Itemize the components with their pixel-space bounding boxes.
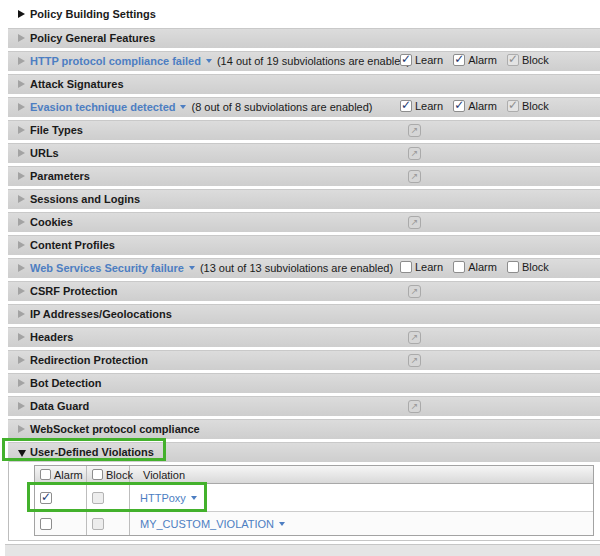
block-header-label: Block — [106, 469, 133, 481]
section-title-evasion-technique-detected: Evasion technique detected(8 out of 8 su… — [30, 101, 373, 113]
right-triangle-icon[interactable] — [18, 57, 25, 65]
right-triangle-icon[interactable] — [18, 241, 25, 249]
section-title-headers: Headers — [30, 331, 73, 343]
block-checkbox-label: Block — [522, 54, 549, 66]
alarm-checkbox[interactable] — [40, 518, 52, 530]
popout-icon[interactable]: ↗ — [408, 354, 421, 367]
cell-alarm — [35, 484, 87, 511]
header-cell-block: Block — [87, 466, 130, 483]
alarm-checkbox[interactable] — [453, 100, 465, 112]
section-row-file-types[interactable]: File Types↗ — [8, 120, 600, 140]
header-cell-violation: Violation — [130, 469, 593, 481]
right-triangle-icon[interactable] — [18, 333, 25, 341]
right-triangle-icon[interactable] — [18, 425, 25, 433]
popout-icon[interactable]: ↗ — [408, 331, 421, 344]
cell-violation: MY_CUSTOM_VIOLATION — [130, 518, 593, 530]
section-row-csrf-protection[interactable]: CSRF Protection↗ — [8, 281, 600, 301]
right-triangle-icon[interactable] — [18, 402, 25, 410]
alarm-checkbox-label: Alarm — [468, 261, 497, 273]
cell-block — [87, 512, 130, 535]
chevron-down-icon — [191, 496, 197, 500]
block-checkbox[interactable] — [92, 492, 104, 504]
block-checkbox[interactable] — [507, 261, 519, 273]
right-triangle-icon[interactable] — [18, 103, 25, 111]
learn-checkbox[interactable] — [400, 261, 412, 273]
popout-icon[interactable]: ↗ — [408, 285, 421, 298]
right-triangle-icon[interactable] — [18, 379, 25, 387]
section-title-parameters: Parameters — [30, 170, 90, 182]
learn-checkbox[interactable] — [400, 100, 412, 112]
checkbox-item-alarm: Alarm — [453, 54, 497, 66]
section-row-content-profiles[interactable]: Content Profiles — [8, 235, 600, 255]
violation-row-httpoxy: HTTPoxy — [35, 484, 593, 511]
section-row-headers[interactable]: Headers↗ — [8, 327, 600, 347]
learn-checkbox[interactable] — [400, 54, 412, 66]
right-triangle-icon[interactable] — [18, 80, 25, 88]
violation-header-label: Violation — [143, 469, 185, 481]
section-title-ip-addresses-geolocations: IP Addresses/Geolocations — [30, 308, 172, 320]
section-row-policy-general-features[interactable]: Policy General Features — [8, 28, 600, 48]
subviolations-note: (14 out of 19 subviolations are enabled) — [217, 55, 410, 67]
section-row-data-guard[interactable]: Data Guard↗ — [8, 396, 600, 416]
learn-checkbox-label: Learn — [415, 261, 443, 273]
alarm-select-all-checkbox[interactable] — [40, 469, 51, 480]
right-triangle-icon[interactable] — [18, 356, 25, 364]
alarm-checkbox[interactable] — [453, 261, 465, 273]
checkbox-item-alarm: Alarm — [453, 261, 497, 273]
down-triangle-icon[interactable] — [18, 450, 26, 457]
section-row-parameters[interactable]: Parameters↗ — [8, 166, 600, 186]
section-row-evasion-technique-detected[interactable]: Evasion technique detected(8 out of 8 su… — [8, 97, 600, 117]
section-title-cookies: Cookies — [30, 216, 73, 228]
right-triangle-icon[interactable] — [18, 126, 25, 134]
popout-icon[interactable]: ↗ — [408, 216, 421, 229]
section-row-policy-building-settings[interactable]: Policy Building Settings — [8, 5, 600, 25]
alarm-checkbox[interactable] — [40, 492, 52, 504]
right-triangle-icon[interactable] — [18, 34, 25, 42]
right-triangle-icon[interactable] — [18, 10, 25, 18]
block-select-all-checkbox[interactable] — [92, 469, 103, 480]
cell-block — [87, 484, 130, 511]
popout-icon[interactable]: ↗ — [408, 400, 421, 413]
section-title-websocket-protocol-compliance: WebSocket protocol compliance — [30, 423, 200, 435]
section-row-sessions-and-logins[interactable]: Sessions and Logins — [8, 189, 600, 209]
section-link-web-services-security-failure[interactable]: Web Services Security failure — [30, 262, 195, 274]
popout-icon[interactable]: ↗ — [408, 147, 421, 160]
chevron-down-icon — [180, 105, 186, 109]
cell-violation: HTTPoxy — [130, 492, 593, 504]
section-row-web-services-security-failure[interactable]: Web Services Security failure(13 out of … — [8, 258, 600, 278]
right-triangle-icon[interactable] — [18, 149, 25, 157]
checkbox-item-learn: Learn — [400, 261, 443, 273]
popout-icon[interactable]: ↗ — [408, 170, 421, 183]
popout-icon[interactable]: ↗ — [408, 124, 421, 137]
section-row-http-protocol-compliance-failed[interactable]: HTTP protocol compliance failed(14 out o… — [8, 51, 600, 71]
enforcement-checkbox-group: LearnAlarmBlock — [400, 54, 559, 66]
section-row-redirection-protection[interactable]: Redirection Protection↗ — [8, 350, 600, 370]
section-link-evasion-technique-detected[interactable]: Evasion technique detected — [30, 101, 186, 113]
right-triangle-icon[interactable] — [18, 218, 25, 226]
violation-link-my-custom-violation[interactable]: MY_CUSTOM_VIOLATION — [140, 518, 285, 530]
right-triangle-icon[interactable] — [18, 172, 25, 180]
section-row-bot-detection[interactable]: Bot Detection — [8, 373, 600, 393]
block-checkbox[interactable] — [92, 518, 104, 530]
section-link-http-protocol-compliance-failed[interactable]: HTTP protocol compliance failed — [30, 55, 212, 67]
right-triangle-icon[interactable] — [18, 287, 25, 295]
section-title-policy-building-settings: Policy Building Settings — [30, 8, 156, 20]
section-row-ip-addresses-geolocations[interactable]: IP Addresses/Geolocations — [8, 304, 600, 324]
right-triangle-icon[interactable] — [18, 195, 25, 203]
block-checkbox[interactable] — [507, 100, 519, 112]
checkbox-item-block: Block — [507, 261, 549, 273]
section-row-urls[interactable]: URLs↗ — [8, 143, 600, 163]
section-title-bot-detection: Bot Detection — [30, 377, 102, 389]
section-row-cookies[interactable]: Cookies↗ — [8, 212, 600, 232]
block-checkbox[interactable] — [507, 54, 519, 66]
right-triangle-icon[interactable] — [18, 310, 25, 318]
right-triangle-icon[interactable] — [18, 264, 25, 272]
checkbox-item-block: Block — [507, 100, 549, 112]
alarm-checkbox[interactable] — [453, 54, 465, 66]
section-row-attack-signatures[interactable]: Attack Signatures — [8, 74, 600, 94]
section-title-file-types: File Types — [30, 124, 83, 136]
learn-checkbox-label: Learn — [415, 100, 443, 112]
section-row-websocket-protocol-compliance[interactable]: WebSocket protocol compliance — [8, 419, 600, 439]
violation-link-httpoxy[interactable]: HTTPoxy — [140, 492, 197, 504]
section-row-user-defined-violations[interactable]: User-Defined Violations — [8, 442, 600, 462]
